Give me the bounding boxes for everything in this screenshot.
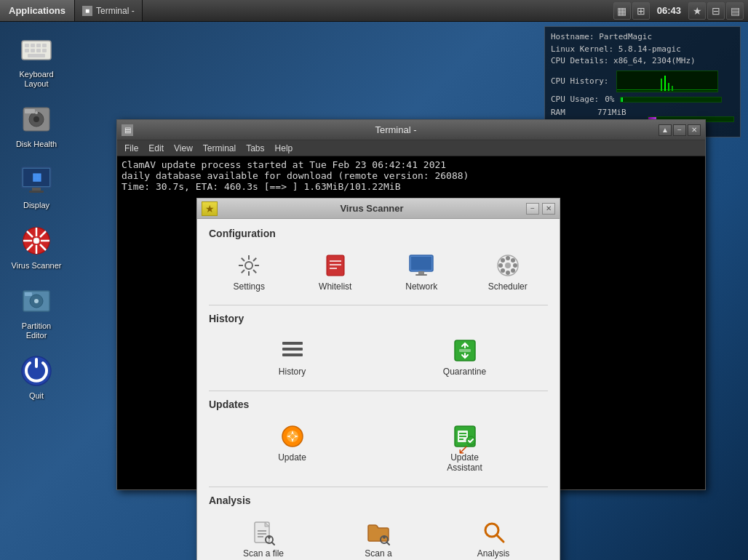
terminal-menu-tabs[interactable]: Tabs xyxy=(242,142,268,155)
history-divider xyxy=(209,391,548,391)
svg-rect-5 xyxy=(25,49,29,52)
svg-rect-7 xyxy=(36,49,41,52)
scan-file-label: Scan a file xyxy=(243,548,284,559)
network-tray-icon[interactable]: ⊟ xyxy=(707,2,725,20)
svg-rect-74 xyxy=(459,439,463,440)
svg-rect-6 xyxy=(31,49,35,52)
svg-rect-3 xyxy=(36,44,41,47)
update-icon xyxy=(279,423,306,449)
svg-line-41 xyxy=(242,258,244,261)
svg-point-56 xyxy=(498,263,503,268)
svg-rect-52 xyxy=(415,274,427,276)
cpu-usage-label: CPU Usage: xyxy=(551,94,599,106)
quit-icon xyxy=(19,353,54,388)
update-item[interactable]: Update xyxy=(209,419,375,478)
svg-rect-51 xyxy=(418,271,424,274)
applications-menu[interactable]: Applications xyxy=(0,0,75,21)
dialog-pin-btn[interactable]: ★ xyxy=(202,201,218,216)
terminal-line-2: daily database available for download (r… xyxy=(122,170,701,181)
keyboard-layout-label: Keyboard Layout xyxy=(10,70,63,89)
history-icon xyxy=(279,337,306,364)
svg-line-42 xyxy=(253,270,256,273)
terminal-minimize-btn[interactable]: − xyxy=(673,124,686,136)
terminal-menu-terminal[interactable]: Terminal xyxy=(199,142,240,155)
svg-rect-67 xyxy=(459,349,471,352)
terminal-window-controls: ▲ − ✕ xyxy=(659,124,701,136)
network-icon xyxy=(408,252,434,279)
display-icon[interactable]: ⊞ xyxy=(632,2,650,20)
desktop-icon-disk-health[interactable]: Disk Health xyxy=(7,99,65,152)
whitelist-label: Whitelist xyxy=(319,281,351,292)
terminal-close-btn[interactable]: ✕ xyxy=(688,124,701,136)
analysis-grid: Scan a file Scan adirectory xyxy=(209,515,548,560)
display-icon-img: ▦ xyxy=(19,163,54,198)
settings-item[interactable]: Settings xyxy=(209,248,290,296)
desktop-icon-quit[interactable]: Quit xyxy=(7,351,65,404)
desktop-icon-keyboard-layout[interactable]: Keyboard Layout xyxy=(7,29,65,92)
update-assistant-item[interactable]: ↙ UpdateAssistant xyxy=(381,419,548,478)
svg-point-22 xyxy=(33,238,39,244)
scan-directory-icon xyxy=(365,519,391,545)
terminal-title-text: Terminal - xyxy=(138,124,654,135)
taskbar: Applications ■ Terminal - ▦ ⊞ 06:43 ★ ⊟ … xyxy=(0,0,748,22)
scan-file-item[interactable]: Scan a file xyxy=(209,515,318,560)
hostname-text: Hostname: PartedMagic xyxy=(551,31,734,44)
svg-rect-8 xyxy=(42,49,47,52)
svg-point-33 xyxy=(34,299,39,303)
svg-text:▦: ▦ xyxy=(32,171,41,183)
config-divider xyxy=(209,305,548,305)
network-item[interactable]: Network xyxy=(381,248,462,296)
analysis-item[interactable]: Analysis xyxy=(439,515,548,560)
history-grid: History Quarantine xyxy=(209,333,548,381)
cpu-history-label: CPU History: xyxy=(551,76,608,86)
history-item[interactable]: History xyxy=(209,333,375,381)
cpu-details-text: CPU Details: x86_64, 2304(MHz) xyxy=(551,55,734,68)
updates-section-title: Updates xyxy=(209,399,548,412)
terminal-menu-edit[interactable]: Edit xyxy=(144,142,168,155)
desktop-icon-display[interactable]: ▦ Display xyxy=(7,160,65,213)
settings-label: Settings xyxy=(234,281,265,292)
svg-rect-19 xyxy=(29,191,44,193)
disk-health-label: Disk Health xyxy=(16,140,57,149)
svg-point-61 xyxy=(501,268,505,273)
monitor-icon[interactable]: ▦ xyxy=(613,2,631,20)
svg-line-81 xyxy=(272,542,275,545)
dialog-minimize-btn[interactable]: − xyxy=(526,203,539,215)
battery-icon[interactable]: ▤ xyxy=(726,2,744,20)
terminal-menubar: File Edit View Terminal Tabs Help xyxy=(117,140,705,156)
analysis-label: Analysis xyxy=(477,548,510,559)
svg-point-60 xyxy=(511,258,515,263)
partition-editor-icon xyxy=(19,284,54,319)
svg-point-54 xyxy=(506,256,510,260)
quarantine-item[interactable]: Quarantine xyxy=(381,333,548,381)
svg-rect-34 xyxy=(25,292,32,296)
dialog-close-btn[interactable]: ✕ xyxy=(542,203,555,215)
terminal-maximize-btn[interactable]: ▲ xyxy=(659,124,672,136)
terminal-titlebar: ▤ Terminal - ▲ − ✕ xyxy=(117,120,705,140)
terminal-menu-help[interactable]: Help xyxy=(271,142,298,155)
terminal-taskbar-btn[interactable]: ■ Terminal - xyxy=(75,0,143,21)
quarantine-label: Quarantine xyxy=(443,367,486,377)
partition-editor-label: Partition Editor xyxy=(10,321,63,340)
terminal-window-icon: ■ xyxy=(82,6,92,16)
svg-line-44 xyxy=(242,270,244,273)
terminal-menu-file[interactable]: File xyxy=(120,142,143,155)
terminal-menu-view[interactable]: View xyxy=(170,142,197,155)
whitelist-item[interactable]: Whitelist xyxy=(295,248,376,296)
analysis-icon xyxy=(480,519,506,545)
settings-icon xyxy=(236,252,262,279)
history-section-title: History xyxy=(209,313,548,326)
terminal-line-3: Time: 30.7s, ETA: 460.3s [==> ] 1.63MiB/… xyxy=(122,181,701,192)
desktop-icon-partition-editor[interactable]: Partition Editor xyxy=(7,281,65,343)
scheduler-item[interactable]: Scheduler xyxy=(468,248,549,296)
whitelist-icon xyxy=(322,252,349,279)
desktop-icon-virus-scanner[interactable]: Virus Scanner xyxy=(7,220,65,273)
svg-rect-14 xyxy=(25,109,35,113)
dialog-titlebar: ★ Virus Scanner − ✕ xyxy=(197,199,560,219)
display-label: Display xyxy=(23,201,49,210)
svg-rect-50 xyxy=(411,257,431,270)
svg-point-12 xyxy=(33,116,39,122)
svg-rect-64 xyxy=(282,348,303,351)
bluetooth-icon[interactable]: ★ xyxy=(688,2,706,20)
scan-directory-item[interactable]: Scan adirectory xyxy=(324,515,433,560)
